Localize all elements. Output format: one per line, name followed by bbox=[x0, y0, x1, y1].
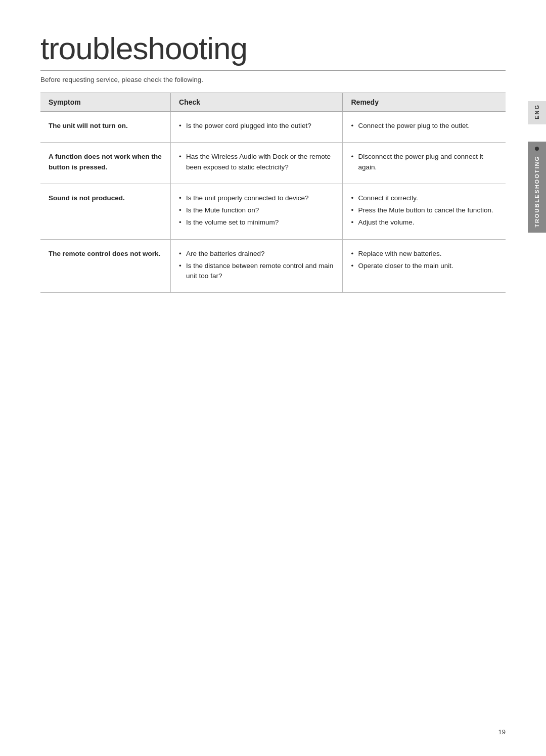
remedy-item: Connect the power plug to the outlet. bbox=[351, 121, 497, 131]
symptom-text: The remote control does not work. bbox=[49, 250, 160, 257]
remedy-cell: Connect it correctly.Press the Mute butt… bbox=[343, 184, 506, 239]
side-tab-text: TROUBLESHOOTING bbox=[534, 156, 540, 228]
symptom-text: Sound is not produced. bbox=[49, 194, 125, 202]
page-title: troubleshooting bbox=[40, 30, 506, 71]
header-check: Check bbox=[171, 93, 343, 112]
page-number: 19 bbox=[498, 728, 506, 736]
symptom-text: The unit will not turn on. bbox=[49, 122, 128, 129]
check-item: Is the Mute function on? bbox=[179, 205, 334, 215]
table-header-row: Symptom Check Remedy bbox=[40, 93, 506, 112]
check-item: Has the Wireless Audio with Dock or the … bbox=[179, 152, 334, 172]
check-item: Is the power cord plugged into the outle… bbox=[179, 121, 334, 131]
remedy-cell: Connect the power plug to the outlet. bbox=[343, 112, 506, 143]
check-item: Are the batteries drained? bbox=[179, 249, 334, 259]
symptom-cell: Sound is not produced. bbox=[40, 184, 171, 239]
header-remedy: Remedy bbox=[343, 93, 506, 112]
remedy-item: Replace with new batteries. bbox=[351, 249, 497, 259]
side-troubleshooting-tab: TROUBLESHOOTING bbox=[528, 142, 546, 233]
remedy-item: Disconnect the power plug and connect it… bbox=[351, 152, 497, 172]
page-container: ENG TROUBLESHOOTING troubleshooting Befo… bbox=[0, 0, 546, 756]
symptom-cell: A function does not work when the button… bbox=[40, 143, 171, 184]
symptom-cell: The remote control does not work. bbox=[40, 239, 171, 293]
remedy-item: Connect it correctly. bbox=[351, 193, 497, 203]
header-symptom: Symptom bbox=[40, 93, 171, 112]
remedy-item: Press the Mute button to cancel the func… bbox=[351, 205, 497, 215]
page-subtitle: Before requesting service, please check … bbox=[40, 76, 506, 83]
remedy-cell: Replace with new batteries.Operate close… bbox=[343, 239, 506, 293]
symptom-cell: The unit will not turn on. bbox=[40, 112, 171, 143]
check-cell: Has the Wireless Audio with Dock or the … bbox=[171, 143, 343, 184]
remedy-item: Adjust the volume. bbox=[351, 217, 497, 228]
eng-tab: ENG bbox=[528, 101, 546, 124]
table-row: A function does not work when the button… bbox=[40, 143, 506, 184]
check-cell: Is the power cord plugged into the outle… bbox=[171, 112, 343, 143]
side-tab-dot bbox=[535, 147, 539, 151]
table-row: Sound is not produced.Is the unit proper… bbox=[40, 184, 506, 239]
check-item: Is the volume set to minimum? bbox=[179, 217, 334, 228]
table-row: The unit will not turn on.Is the power c… bbox=[40, 112, 506, 143]
symptom-text: A function does not work when the button… bbox=[49, 153, 162, 171]
eng-tab-text: ENG bbox=[534, 104, 540, 119]
check-item: Is the distance between remote control a… bbox=[179, 261, 334, 282]
table-row: The remote control does not work.Are the… bbox=[40, 239, 506, 293]
troubleshooting-table: Symptom Check Remedy The unit will not t… bbox=[40, 93, 506, 293]
check-cell: Are the batteries drained?Is the distanc… bbox=[171, 239, 343, 293]
remedy-item: Operate closer to the main unit. bbox=[351, 261, 497, 271]
remedy-cell: Disconnect the power plug and connect it… bbox=[343, 143, 506, 184]
check-cell: Is the unit properly connected to device… bbox=[171, 184, 343, 239]
check-item: Is the unit properly connected to device… bbox=[179, 193, 334, 203]
